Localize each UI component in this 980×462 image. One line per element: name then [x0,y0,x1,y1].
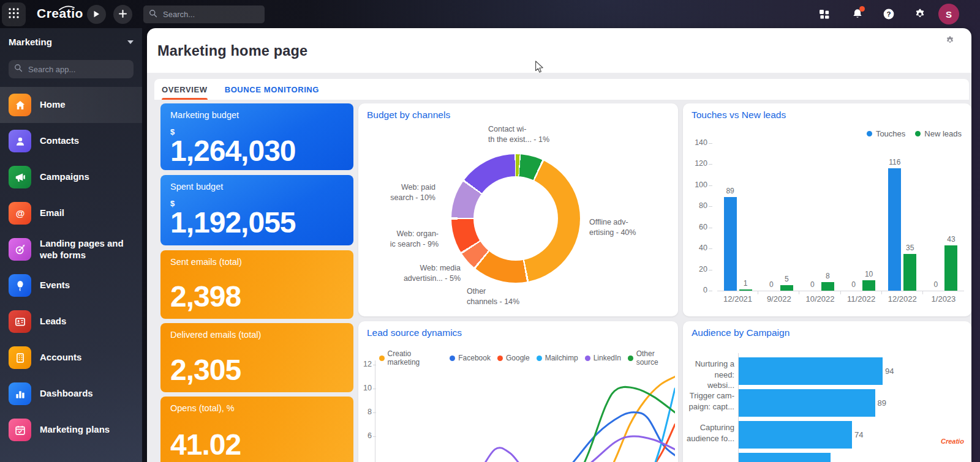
sidebar-item-campaigns[interactable]: Campaigns [0,159,142,195]
card-title: Lead source dynamics [367,327,462,338]
sidebar-item-marketing-plans[interactable]: Marketing plans [0,412,142,448]
bar-value-label: 89 [878,398,886,408]
bar-group-10-2022: 0810/2022 [799,143,840,291]
bar-new-leads: 5 [780,285,793,291]
kpi-value: 1,192,055 [170,208,344,237]
sidebar-item-landing-pages-and-web-forms[interactable]: Landing pages and web forms [0,231,142,267]
home-icon [9,94,31,116]
y-tick-label: 0 [703,286,707,294]
card-title: Budget by channels [367,110,450,121]
category-label: Nurturing aneed: websi... [685,359,734,391]
kpi-value: 41.02 [170,430,344,459]
notification-dot [859,6,865,12]
chevron-down-icon [127,40,134,44]
sidebar-item-label: Landing pages and web forms [40,238,141,261]
grid-dots-icon [8,7,20,21]
donut-slice-label: Offline adv-ertising - 40% [589,217,666,238]
app-launcher-button[interactable] [2,2,26,26]
bar-value-label: 0 [925,280,946,289]
landing-pages-icon [9,238,31,261]
email-icon: @ [9,202,31,225]
y-tick-label: 20 [699,265,707,274]
lead-source-line-plot [375,360,675,462]
bar-value-label: 74 [854,430,863,439]
y-tick-label: 40 [699,244,707,252]
global-search[interactable] [143,6,265,23]
x-tick-label: 12/2022 [882,294,923,304]
kpi-label: Opens (total), % [170,403,344,413]
y-tick-label: 12 [358,360,372,368]
bar-value-label: 94 [885,367,894,376]
sidebar-item-label: Leads [40,316,66,327]
app-search-input[interactable] [27,64,121,75]
x-tick-label: 9/2022 [758,294,799,304]
search-icon [149,9,157,20]
kpi-tile-opens-total: Opens (total), %41.02 [160,397,353,462]
sidebar-item-accounts[interactable]: Accounts [0,340,142,376]
sidebar-item-leads[interactable]: Leads [0,304,142,340]
workspace-apps-icon[interactable] [818,8,831,20]
kpi-label: Delivered emails (total) [170,330,344,340]
legend-dot [915,131,921,136]
bar-new-leads: 8 [821,282,834,291]
kpi-tile-spent-budget: Spent budget$1,192,055 [160,175,353,245]
settings-gear-icon[interactable] [914,8,926,20]
bar-new-leads: 10 [862,280,875,291]
category-label: Trigger cam-paign: capt... [685,390,734,412]
app-search[interactable] [9,60,134,78]
notifications-bell-icon[interactable] [851,8,864,20]
add-button[interactable] [113,5,132,24]
bar-value-label: 0 [802,280,823,289]
sidebar-item-events[interactable]: Events [0,267,142,304]
donut-slice-label: Web: paidsearch - 10% [374,182,435,203]
bar-value-label: 1 [735,279,756,288]
donut-slice-label: Web: mediaadvertisin... - 5% [395,263,461,284]
sidebar-item-label: Events [40,280,70,291]
workspace-selector[interactable]: Marketing [9,37,134,47]
creatio-watermark: Creatio [941,438,964,445]
budget-donut-chart [451,154,580,283]
sidebar-item-label: Accounts [40,352,81,363]
audience-bar [739,421,852,449]
kpi-label: Spent budget [170,182,344,192]
help-icon[interactable]: ? [883,8,895,20]
y-tick-label: 100 [695,181,707,189]
x-tick-label: 12/2021 [717,294,758,304]
user-avatar[interactable]: S [938,4,959,24]
workspace-name: Marketing [9,37,52,47]
bar-group-11-2022: 01011/2022 [841,143,882,291]
sidebar-item-label: Contacts [40,135,79,147]
sidebar-item-dashboards[interactable]: Dashboards [0,376,142,412]
tabstrip: OVERVIEW BOUNCE MONITORING [154,79,969,100]
budget-by-channels-card: Budget by channels Contact wi-th the exi… [358,103,678,316]
page-settings-gear-icon[interactable] [945,35,955,45]
sidebar-item-email[interactable]: @Email [0,195,142,231]
y-tick-label: 80 [699,201,707,210]
bar-new-leads: 35 [903,254,916,291]
tab-overview[interactable]: OVERVIEW [162,79,208,100]
dashboards-icon [9,382,31,405]
y-tick-label: 8 [358,408,372,416]
line-facebook [543,412,675,462]
y-axis-labels: 140120100806040200 [687,143,714,291]
events-icon [9,274,31,297]
legend-dot [867,131,872,136]
sidebar-item-label: Email [40,207,64,219]
y-tick-label: 10 [358,384,372,392]
bar-value-label: 0 [843,280,864,289]
sidebar-item-contacts[interactable]: Contacts [0,123,142,159]
chart-legend: TouchesNew leads [867,129,962,138]
bar-value-label: 10 [859,270,880,278]
bar-value-label: 43 [941,235,962,244]
bar-group-9-2022: 059/2022 [758,143,799,291]
bar-touches: 116 [888,168,901,291]
global-search-input[interactable] [162,9,256,20]
topbar: Creatio ? S [0,0,980,28]
tab-bounce-monitoring[interactable]: BOUNCE MONITORING [225,79,319,100]
sidebar-item-home[interactable]: Home [0,87,142,123]
play-button[interactable] [87,5,106,24]
main-content: Marketing home page OVERVIEW BOUNCE MONI… [147,28,971,462]
audience-bar [739,389,875,417]
audience-bar [739,357,883,385]
marketing-plans-icon [9,419,31,441]
